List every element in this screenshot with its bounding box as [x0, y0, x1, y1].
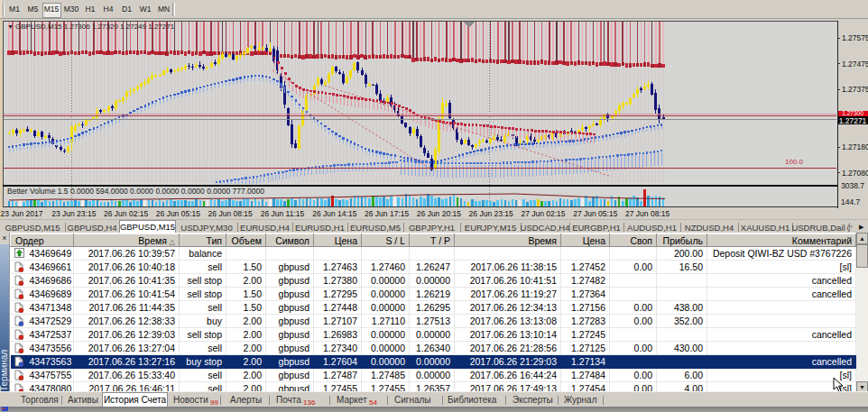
svg-text:▼: ▼ [7, 23, 14, 30]
svg-text:GBPUSD,M15 1.27306 1.27320 1.: GBPUSD,M15 1.27306 1.27320 1.27249 1.272… [15, 23, 175, 31]
svg-text:27 Jun 08:15: 27 Jun 08:15 [625, 209, 669, 218]
svg-text:26 Jun 05:15: 26 Jun 05:15 [156, 209, 200, 218]
svg-text:23 Jun 23:15: 23 Jun 23:15 [51, 209, 96, 218]
svg-text:26 Jun 20:15: 26 Jun 20:15 [417, 209, 461, 218]
svg-text:26 Jun 23:15: 26 Jun 23:15 [469, 209, 513, 218]
svg-text:1.27180: 1.27180 [842, 142, 868, 151]
svg-text:27 Jun 05:15: 27 Jun 05:15 [573, 209, 617, 218]
svg-text:Better Volume 1.5 0.0000 594.0: Better Volume 1.5 0.0000 594.0000 0.0000… [7, 187, 264, 196]
svg-text:3038.7: 3038.7 [841, 181, 864, 190]
svg-text:27 Jun 02:15: 27 Jun 02:15 [521, 209, 565, 218]
svg-text:26 Jun 02:15: 26 Jun 02:15 [104, 209, 148, 218]
svg-text:26 Jun 17:15: 26 Jun 17:15 [365, 209, 409, 218]
svg-text:23 Jun 2017: 23 Jun 2017 [1, 209, 43, 218]
svg-text:1.27080: 1.27080 [842, 169, 868, 178]
svg-text:1.27271: 1.27271 [839, 116, 867, 125]
svg-text:26 Jun 08:15: 26 Jun 08:15 [208, 209, 253, 218]
svg-text:26 Jun 14:15: 26 Jun 14:15 [312, 209, 356, 218]
svg-text:100.0: 100.0 [785, 158, 804, 166]
svg-text:144.7: 144.7 [841, 197, 861, 206]
svg-text:26 Jun 11:15: 26 Jun 11:15 [261, 209, 305, 218]
svg-text:1.27575: 1.27575 [842, 33, 868, 42]
svg-text:1.27475: 1.27475 [842, 60, 868, 69]
svg-text:1.27375: 1.27375 [842, 85, 868, 94]
